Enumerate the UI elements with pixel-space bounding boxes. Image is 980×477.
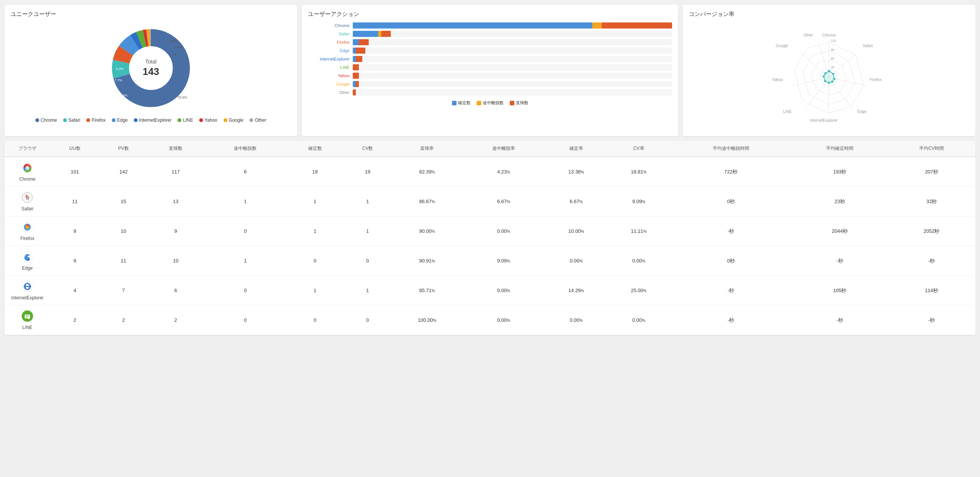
bar-track-yahoo <box>353 73 673 79</box>
svg-point-39 <box>824 80 826 82</box>
bar-track-line <box>353 64 673 70</box>
bar-chart-legend: 確定数 途中離脱数 直帰数 <box>308 100 673 106</box>
bar-abandoned-safari <box>378 31 381 37</box>
legend-google: Google <box>224 118 244 123</box>
td-bounce-internetexplorer: 6 <box>148 276 204 305</box>
svg-text:30: 30 <box>831 65 835 69</box>
bounce-label: 直帰数 <box>516 100 528 106</box>
svg-text:90: 90 <box>831 48 835 52</box>
bar-track-other <box>353 89 673 96</box>
td-bounce-firefox: 9 <box>148 217 204 246</box>
browser-name-edge: Edge <box>22 265 33 271</box>
col-bounce: 直帰数 <box>148 141 204 157</box>
chrome-dot <box>35 118 39 122</box>
col-abandon: 途中離脱数 <box>204 141 287 157</box>
bar-bounce-google <box>356 81 359 87</box>
radar-label-firefox: Firefox <box>870 78 882 82</box>
td-bounce-line: 2 <box>148 305 204 335</box>
legend-yahoo-label: Yahoo <box>205 118 218 123</box>
svg-text:7.7%: 7.7% <box>115 78 123 82</box>
legend-line-label: LINE <box>183 118 193 123</box>
bar-confirmed-safari <box>353 31 378 37</box>
edge-dot <box>112 118 116 122</box>
radar-chart: 30 60 90 120 Chrome <box>689 22 969 129</box>
radar-label-ie: InternetExplorer <box>810 118 838 123</box>
td-cv-edge: 0 <box>343 246 392 276</box>
browser-name-firefox: Firefox <box>21 236 35 241</box>
browser-stats-table: ブラウザ UU数 PV数 直帰数 途中離脱数 確定数 CV数 直帰率 途中離脱率… <box>5 141 975 335</box>
td-uu-edge: 9 <box>50 246 100 276</box>
top-charts-section: ユニークユーザー <box>0 0 980 141</box>
col-avg-cv-time: 平均CV時間 <box>888 141 975 157</box>
td-bounce-safari: 13 <box>148 187 204 217</box>
td-cv-rate-safari: 9.09% <box>608 187 670 217</box>
td-confirm-rate-line: 0.00% <box>545 305 608 335</box>
td-cv-chrome: 19 <box>343 157 392 187</box>
td-avg-confirm-chrome: 193秒 <box>792 157 888 187</box>
td-abandon-internetexplorer: 0 <box>204 276 287 305</box>
td-avg-abandon-internetexplorer: -秒 <box>670 276 792 305</box>
td-pv-safari: 15 <box>100 187 148 217</box>
td-uu-safari: 11 <box>50 187 100 217</box>
td-abandon-line: 0 <box>204 305 287 335</box>
ie-dot <box>134 118 138 122</box>
bounce-color <box>510 101 514 105</box>
edge-icon <box>21 250 33 264</box>
bar-label-firefox: Firefox <box>308 40 350 45</box>
td-confirmed-firefox: 1 <box>286 217 343 246</box>
td-avg-abandon-safari: 0秒 <box>670 187 792 217</box>
td-browser-firefox: Firefox <box>5 217 50 246</box>
svg-text:70.6%: 70.6% <box>178 96 188 99</box>
firefox-dot <box>86 118 90 122</box>
legend-ie-label: InternetExplorer <box>139 118 172 123</box>
col-confirmed: 確定数 <box>286 141 343 157</box>
bar-label-chrome: Chrome <box>308 23 350 28</box>
bar-row-other: Other <box>308 89 673 96</box>
bar-track-safari <box>353 31 673 37</box>
td-bounce-rate-firefox: 90.00% <box>392 217 462 246</box>
td-bounce-rate-internetexplorer: 85.71% <box>392 276 462 305</box>
donut-total-label: Total <box>145 59 157 65</box>
col-uu: UU数 <box>50 141 100 157</box>
legend-ie: InternetExplorer <box>134 118 172 123</box>
other-dot <box>249 118 253 122</box>
donut-legend: Chrome Safari Firefox Edge InternetExplo… <box>35 118 266 123</box>
svg-text:60: 60 <box>831 57 835 61</box>
td-abandon-rate-firefox: 0.00% <box>462 217 545 246</box>
svg-text:120: 120 <box>831 39 836 43</box>
td-avg-confirm-safari: 23秒 <box>792 187 888 217</box>
firefox-icon <box>21 221 33 235</box>
table-row: InternetExplorer 4 7 6 0 1 1 85.71% 0.00… <box>5 276 975 305</box>
table-body: Chrome 101 142 117 6 19 19 82.39% 4.23% … <box>5 157 975 335</box>
bar-label-edge: Edge <box>308 48 350 53</box>
legend-safari: Safari <box>63 118 80 123</box>
user-action-card: ユーザーアクション Chrome Safari <box>302 5 679 136</box>
table-row: Chrome 101 142 117 6 19 19 82.39% 4.23% … <box>5 157 975 187</box>
legend-chrome-label: Chrome <box>41 118 57 123</box>
data-table-section: ブラウザ UU数 PV数 直帰数 途中離脱数 確定数 CV数 直帰率 途中離脱率… <box>5 141 975 335</box>
chrome-icon <box>21 162 33 175</box>
ie-icon <box>21 280 33 294</box>
bar-label-google: Google <box>308 82 350 86</box>
td-confirmed-line: 0 <box>286 305 343 335</box>
legend-firefox-label: Firefox <box>92 118 106 123</box>
td-bounce-rate-line: 100.00% <box>392 305 462 335</box>
svg-text:2.8%: 2.8% <box>169 39 177 43</box>
confirmed-label: 確定数 <box>458 100 471 106</box>
td-avg-cv-safari: 32秒 <box>888 187 975 217</box>
bar-bounce-yahoo <box>353 73 359 79</box>
abandoned-label: 途中離脱数 <box>483 100 504 106</box>
bar-bounce-line <box>353 64 359 70</box>
browser-name-line: LINE <box>22 325 33 330</box>
bar-legend-confirmed: 確定数 <box>452 100 471 106</box>
col-abandon-rate: 途中離脱率 <box>462 141 545 157</box>
bar-label-yahoo: Yahoo <box>308 73 350 78</box>
td-abandon-edge: 1 <box>204 246 287 276</box>
td-cv-firefox: 1 <box>343 217 392 246</box>
td-browser-chrome: Chrome <box>5 157 50 187</box>
legend-safari-label: Safari <box>68 118 80 123</box>
td-cv-rate-internetexplorer: 25.00% <box>608 276 670 305</box>
table-row: Safari 11 15 13 1 1 1 86.67% 6.67% 6.67%… <box>5 187 975 217</box>
bar-row-edge: Edge <box>308 48 673 54</box>
td-avg-cv-edge: -秒 <box>888 246 975 276</box>
